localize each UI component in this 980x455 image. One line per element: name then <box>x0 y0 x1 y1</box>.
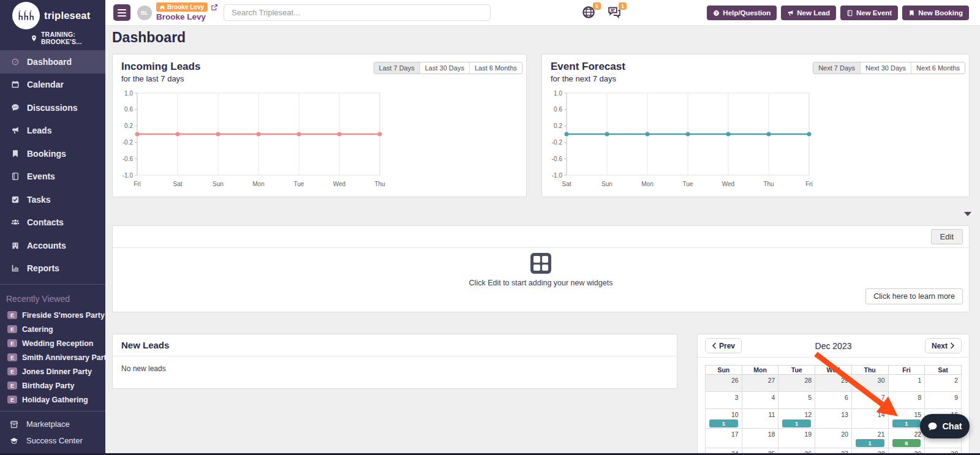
calendar-next-button[interactable]: Next <box>925 338 962 353</box>
new-event-button[interactable]: New Event <box>840 6 898 20</box>
calendar-day-cell[interactable]: 3 <box>706 392 742 409</box>
sidebar-item-events[interactable]: Events <box>0 165 105 189</box>
sidebar-item-success-center[interactable]: Success Center <box>0 432 105 449</box>
recent-item-holiday-gathering[interactable]: EHoliday Gathering <box>0 393 105 407</box>
sidebar-item-label: Dashboard <box>27 57 72 67</box>
range-button-last-7-days[interactable]: Last 7 Days <box>374 62 420 73</box>
calendar-day-cell[interactable]: 28 <box>778 375 815 392</box>
calendar-day-cell[interactable]: 14 <box>851 409 888 429</box>
recent-item-fireside-s-mores-party[interactable]: EFireside S'mores Party <box>0 308 105 322</box>
calendar-day-cell[interactable]: 101 <box>706 409 742 429</box>
help-question-button[interactable]: ?Help/Question <box>707 6 777 20</box>
leads-icon <box>787 10 794 17</box>
calendar-day-cell[interactable]: 18 <box>742 429 778 448</box>
venue-icon <box>160 5 165 10</box>
calendar-day-cell[interactable]: 7 <box>851 392 888 409</box>
chat-bubble-icon <box>927 421 938 432</box>
calendar-day-cell[interactable]: 211 <box>851 429 888 448</box>
collapse-caret-icon[interactable] <box>964 212 971 216</box>
calendar-weekday: Tue <box>778 366 815 375</box>
user-name[interactable]: Brooke Levy <box>156 12 218 21</box>
recent-item-catering[interactable]: ECatering <box>0 322 105 336</box>
calendar-day-cell[interactable]: 27 <box>742 375 778 392</box>
brand-logo[interactable]: tripleseat <box>0 0 105 31</box>
sidebar-item-label: Discussions <box>27 103 77 113</box>
range-button-last-30-days[interactable]: Last 30 Days <box>420 62 469 73</box>
sidebar-item-marketplace[interactable]: Marketplace <box>0 416 105 432</box>
calendar-day-cell[interactable]: 121 <box>778 409 815 429</box>
user-block: Brooke Levy Brooke Levy <box>156 2 218 21</box>
calendar-day-cell[interactable]: 30 <box>851 375 888 392</box>
venue-badge[interactable]: Brooke Levy <box>156 2 208 12</box>
tasks-icon <box>11 195 20 204</box>
calendar-day-cell[interactable]: 6 <box>815 392 852 409</box>
range-button-last-6-months[interactable]: Last 6 Months <box>469 62 522 73</box>
sidebar-item-discussions[interactable]: Discussions <box>0 96 105 119</box>
calendar-event-count-badge[interactable]: 6 <box>892 439 921 447</box>
sidebar-item-tasks[interactable]: Tasks <box>0 188 105 211</box>
calendar-day-cell[interactable]: 4 <box>742 392 778 409</box>
sidebar-item-calendar[interactable]: Calendar <box>0 73 105 97</box>
calendar-day-cell[interactable]: 5 <box>778 392 815 409</box>
calendar-day-cell[interactable]: 1 <box>888 375 925 392</box>
recent-item-jones-dinner-party[interactable]: EJones Dinner Party <box>0 364 105 378</box>
sidebar-item-contacts[interactable]: Contacts <box>0 211 105 235</box>
avatar[interactable]: BL <box>137 6 152 20</box>
range-button-next-7-days[interactable]: Next 7 Days <box>813 62 860 73</box>
calendar-grid: SunMonTueWedThuFriSat2627282930123456789… <box>705 365 962 455</box>
range-button-next-30-days[interactable]: Next 30 Days <box>860 62 911 73</box>
recent-item-birthday-party[interactable]: EBirthday Party <box>0 378 105 393</box>
event-type-badge: E <box>7 325 17 333</box>
calendar-day-cell[interactable]: 8 <box>888 392 925 409</box>
calendar-day-cell[interactable]: 11 <box>742 409 778 429</box>
new-lead-button[interactable]: New Lead <box>781 6 836 20</box>
sidebar-item-bookings[interactable]: Bookings <box>0 142 105 165</box>
chart-title: Incoming Leads <box>121 61 200 73</box>
hamburger-menu-button[interactable] <box>113 4 130 21</box>
svg-text:1.0: 1.0 <box>124 90 133 97</box>
svg-text:Tue: Tue <box>683 181 693 187</box>
svg-text:Fri: Fri <box>805 181 813 187</box>
chat-count-badge: 1 <box>619 2 627 10</box>
range-button-next-6-months[interactable]: Next 6 Months <box>911 62 965 73</box>
calendar-day-cell[interactable]: 9 <box>925 392 962 409</box>
chart-subtitle: for the last 7 days <box>121 74 184 83</box>
calendar-icon <box>11 80 20 89</box>
calendar-day-cell[interactable]: 17 <box>706 429 742 448</box>
calendar-day-cell[interactable]: 13 <box>815 409 852 429</box>
calendar-day-cell[interactable]: 29 <box>815 375 852 392</box>
sidebar-item-dashboard[interactable]: Dashboard <box>0 50 105 73</box>
search-input[interactable] <box>224 4 491 21</box>
calendar-weekday-row: SunMonTueWedThuFriSat <box>706 366 962 375</box>
sidebar-item-reports[interactable]: Reports <box>0 257 105 280</box>
external-link-icon[interactable] <box>211 4 218 11</box>
discussions-icon <box>11 103 20 112</box>
new-booking-button[interactable]: New Booking <box>902 6 969 20</box>
edit-widgets-button[interactable]: Edit <box>931 229 963 244</box>
calendar-day-cell[interactable]: 151 <box>888 409 925 429</box>
calendar-day-cell[interactable]: 226 <box>888 429 925 448</box>
recent-item-smith-anniversary-party[interactable]: ESmith Anniversary Party <box>0 350 105 364</box>
calendar-day-cell[interactable]: 26 <box>706 375 742 392</box>
page-title: Dashboard <box>112 29 186 46</box>
event-type-badge: E <box>7 367 17 375</box>
svg-text:Fri: Fri <box>134 181 141 187</box>
sidebar-nav: DashboardCalendarDiscussionsLeadsBooking… <box>0 50 105 280</box>
location-selector[interactable]: TRAINING: BROOKE'S... <box>0 31 105 45</box>
calendar-day-cell[interactable]: 19 <box>778 429 815 448</box>
learn-more-button[interactable]: Click here to learn more <box>865 288 963 304</box>
messages-notifications[interactable]: 1 <box>608 6 622 20</box>
sidebar-item-accounts[interactable]: Accounts <box>0 234 105 257</box>
recent-item-wedding-reception[interactable]: EWedding Reception <box>0 336 105 350</box>
svg-text:?: ? <box>715 10 718 15</box>
calendar-day-cell[interactable]: 20 <box>815 429 852 448</box>
calendar-event-count-badge[interactable]: 1 <box>892 419 921 427</box>
widgets-panel: Edit Click Edit to start adding your new… <box>112 225 970 312</box>
sidebar-item-leads[interactable]: Leads <box>0 119 105 143</box>
globe-notifications[interactable]: 5 <box>582 6 597 20</box>
calendar-event-count-badge[interactable]: 1 <box>782 419 811 427</box>
calendar-event-count-badge[interactable]: 1 <box>856 439 884 447</box>
chat-launcher-button[interactable]: Chat <box>920 414 970 438</box>
calendar-event-count-badge[interactable]: 1 <box>709 419 738 427</box>
calendar-day-cell[interactable]: 2 <box>925 375 962 392</box>
